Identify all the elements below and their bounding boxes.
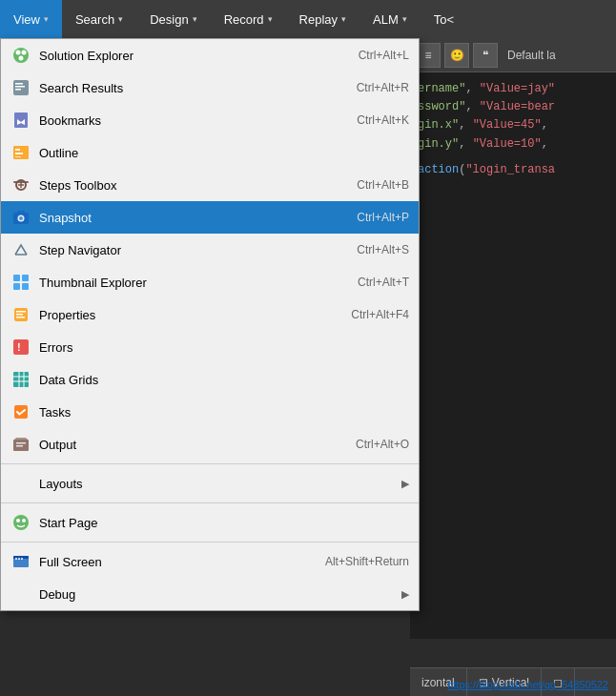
menu-item-steps-toolbox[interactable]: Steps Toolbox Ctrl+Alt+B [1, 169, 419, 201]
menu-toc[interactable]: To< [421, 0, 467, 38]
menu-search[interactable]: Search ▾ [62, 0, 136, 38]
menu-replay[interactable]: Replay ▾ [286, 0, 359, 38]
menu-replay-arrow: ▾ [341, 14, 346, 24]
menu-replay-label: Replay [299, 12, 338, 27]
code-line-2: ssword", "Value=bear [418, 98, 608, 116]
svg-rect-50 [21, 558, 23, 560]
toolbar-face-btn[interactable]: 🙂 [444, 43, 469, 68]
menu-alm-label: ALM [373, 12, 399, 27]
full-screen-shortcut: Alt+Shift+Return [325, 555, 409, 568]
layouts-submenu-arrow: ▶ [401, 478, 409, 490]
svg-marker-40 [14, 438, 28, 440]
snapshot-label: Snapshot [39, 211, 357, 225]
svg-rect-49 [18, 558, 20, 560]
watermark: https://blog.csdn.net/qq_54850522 [447, 679, 608, 690]
solution-explorer-icon [10, 45, 31, 66]
svg-rect-28 [16, 311, 26, 313]
errors-label: Errors [39, 340, 409, 355]
svg-rect-31 [13, 339, 29, 355]
svg-point-45 [22, 519, 26, 522]
menu-record[interactable]: Record ▾ [211, 0, 286, 38]
menu-item-layouts[interactable]: Layouts ▶ [1, 467, 419, 500]
menu-item-data-grids[interactable]: Data Grids [1, 363, 419, 396]
bookmarks-label: Bookmarks [39, 113, 357, 128]
menu-alm-arrow: ▾ [402, 14, 407, 24]
menu-item-step-navigator[interactable]: Step Navigator Ctrl+Alt+S [1, 234, 419, 266]
svg-rect-8 [14, 113, 28, 128]
menu-toc-label: To< [434, 12, 454, 27]
data-grids-label: Data Grids [39, 373, 409, 387]
steps-toolbox-shortcut: Ctrl+Alt+B [357, 178, 409, 192]
code-line-5: action("login_transa [418, 161, 608, 179]
start-page-label: Start Page [39, 516, 409, 530]
svg-point-21 [19, 216, 23, 220]
menu-item-errors[interactable]: ! Errors [1, 331, 419, 363]
svg-rect-41 [16, 442, 26, 444]
svg-rect-23 [13, 275, 20, 281]
menu-item-bookmarks[interactable]: Bookmarks Ctrl+Alt+K [1, 104, 419, 136]
layouts-label: Layouts [39, 477, 398, 491]
svg-point-1 [16, 51, 21, 55]
tasks-label: Tasks [39, 405, 409, 420]
menu-item-output[interactable]: Output Ctrl+Alt+O [1, 428, 419, 461]
menu-item-outline[interactable]: Outline [1, 136, 419, 169]
menu-item-tasks[interactable]: Tasks [1, 396, 419, 428]
svg-point-0 [13, 48, 29, 63]
svg-rect-30 [16, 317, 25, 318]
menu-view[interactable]: View ▾ [0, 0, 62, 38]
output-icon [10, 434, 31, 455]
menubar: View ▾ Search ▾ Design ▾ Record ▾ Replay… [0, 0, 616, 38]
menu-item-properties[interactable]: Properties Ctrl+Alt+F4 [1, 298, 419, 331]
svg-rect-11 [15, 149, 20, 151]
search-results-label: Search Results [39, 81, 357, 95]
menu-record-label: Record [224, 12, 264, 27]
step-navigator-shortcut: Ctrl+Alt+S [357, 243, 409, 256]
menu-design-arrow: ▾ [193, 14, 197, 24]
svg-point-3 [19, 56, 24, 61]
toolbar-quote-btn[interactable]: ❝ [473, 43, 498, 68]
debug-icon [10, 583, 31, 604]
step-navigator-label: Step Navigator [39, 243, 357, 257]
data-grids-icon [10, 369, 31, 390]
svg-point-2 [22, 51, 27, 55]
svg-rect-25 [13, 283, 20, 290]
svg-rect-26 [22, 283, 29, 290]
menu-item-snapshot[interactable]: Snapshot Ctrl+Alt+P [1, 201, 419, 234]
code-line-1: ername", "Value=jay" [418, 80, 608, 98]
menu-item-thumbnail-explorer[interactable]: Thumbnail Explorer Ctrl+Alt+T [1, 266, 419, 298]
svg-rect-6 [15, 86, 25, 88]
menu-item-start-page[interactable]: Start Page [1, 506, 419, 539]
default-label: Default la [507, 49, 556, 62]
svg-rect-42 [16, 445, 23, 447]
snapshot-shortcut: Ctrl+Alt+P [357, 211, 409, 224]
code-toolbar: ≡ 🙂 ❝ Default la [410, 38, 616, 72]
output-shortcut: Ctrl+Alt+O [356, 438, 409, 451]
start-page-icon [10, 512, 31, 533]
svg-point-43 [13, 515, 29, 530]
separator-1 [1, 463, 419, 464]
svg-rect-29 [16, 314, 23, 316]
svg-rect-5 [15, 83, 23, 85]
menu-item-solution-explorer[interactable]: Solution Explorer Ctrl+Alt+L [1, 39, 419, 72]
outline-icon [10, 142, 31, 163]
thumbnail-explorer-label: Thumbnail Explorer [39, 276, 358, 290]
search-results-icon [10, 77, 31, 98]
solution-explorer-label: Solution Explorer [39, 49, 359, 63]
full-screen-label: Full Screen [39, 555, 325, 569]
menu-alm[interactable]: ALM ▾ [359, 0, 421, 38]
tasks-icon [10, 401, 31, 422]
svg-rect-48 [15, 558, 17, 560]
menu-item-full-screen[interactable]: Full Screen Alt+Shift+Return [1, 545, 419, 578]
svg-rect-24 [22, 275, 29, 281]
svg-rect-13 [15, 156, 21, 157]
debug-submenu-arrow: ▶ [401, 588, 409, 601]
full-screen-icon [10, 551, 31, 572]
menu-design[interactable]: Design ▾ [136, 0, 210, 38]
menu-item-debug[interactable]: Debug ▶ [1, 578, 419, 610]
bookmarks-icon [10, 110, 31, 131]
svg-rect-12 [15, 153, 23, 154]
svg-rect-7 [15, 89, 21, 91]
step-navigator-icon [10, 239, 31, 260]
menu-item-search-results[interactable]: Search Results Ctrl+Alt+R [1, 72, 419, 104]
svg-rect-20 [17, 211, 25, 214]
